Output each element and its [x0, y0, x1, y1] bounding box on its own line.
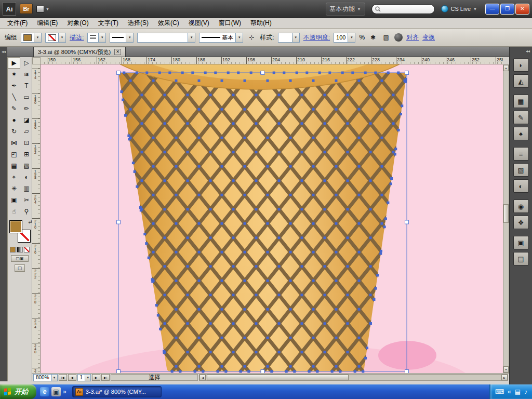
- canvas[interactable]: [41, 64, 503, 373]
- artboards-panel-icon[interactable]: ▤: [513, 252, 529, 265]
- drawing-modes-button[interactable]: ▢▣: [11, 255, 29, 262]
- gradient-tool[interactable]: ▧: [20, 160, 33, 171]
- appearance-panel-icon[interactable]: ◉: [513, 200, 529, 213]
- brushes-icon[interactable]: ✎: [513, 111, 529, 124]
- internet-explorer-icon[interactable]: e: [40, 387, 49, 396]
- artboard-number-dropdown[interactable]: 1 ▼: [77, 374, 91, 381]
- stroke-weight-dropdown[interactable]: ▼: [87, 33, 106, 43]
- perspective-grid-tool[interactable]: ⊞: [20, 149, 33, 160]
- document-tab[interactable]: 3-3.ai @ 800% (CMYK/预览) ✕: [33, 47, 126, 57]
- vertical-scrollbar[interactable]: ▲ ▼: [503, 64, 509, 373]
- artwork-scene[interactable]: [41, 64, 503, 373]
- stroke-panel-link[interactable]: 描边:: [70, 33, 84, 42]
- graphic-style-dropdown[interactable]: ▼: [278, 33, 300, 43]
- menu-item-object[interactable]: 对象(O): [62, 18, 93, 29]
- stroke-panel-icon[interactable]: ≡: [513, 147, 529, 161]
- direct-selection-tool[interactable]: ▷: [20, 57, 33, 69]
- zoom-level-dropdown[interactable]: 800% ▼: [33, 374, 58, 381]
- menu-item-view[interactable]: 视图(V): [184, 18, 214, 29]
- settings-icon[interactable]: [394, 33, 403, 42]
- screen-mode-button[interactable]: ▢: [15, 264, 25, 272]
- cs-live-button[interactable]: CS Live ▼: [441, 5, 477, 12]
- artboard-tool[interactable]: ▣: [8, 194, 20, 206]
- arrange-documents-button[interactable]: ▼: [36, 6, 49, 12]
- gradient-panel-icon[interactable]: ▧: [513, 163, 529, 177]
- color-button[interactable]: [10, 247, 16, 252]
- none-button[interactable]: [24, 247, 30, 252]
- layers-panel-icon[interactable]: ▣: [513, 236, 529, 249]
- graphic-styles-icon[interactable]: ❖: [513, 216, 529, 229]
- vertical-ruler[interactable]: 1 7 41 8 01 8 61 9 21 9 82 0 42 1 02 1 6…: [32, 64, 41, 373]
- volume-icon[interactable]: ♪: [524, 389, 527, 395]
- magic-wand-tool[interactable]: ✶: [8, 69, 20, 80]
- restore-button[interactable]: ❐: [500, 4, 514, 15]
- recolor-artwork-icon[interactable]: ✱: [368, 33, 378, 42]
- eyedropper-tool[interactable]: ⌖: [8, 171, 20, 183]
- zoom-tool[interactable]: ⚲: [20, 206, 33, 217]
- previous-artboard-button[interactable]: ◀: [68, 374, 76, 381]
- tray-collapse-chevron[interactable]: «: [508, 389, 511, 395]
- taskbar-document-button[interactable]: Ai 3-3.ai* @ 800% (CMY...: [72, 386, 162, 397]
- width-tool[interactable]: ⋈: [8, 137, 20, 149]
- first-artboard-button[interactable]: |◀: [59, 374, 67, 381]
- fill-color-dropdown[interactable]: ▼: [21, 33, 42, 43]
- scroll-left-button[interactable]: ◀: [200, 375, 206, 380]
- width-profile-dropdown[interactable]: ▼: [110, 33, 134, 43]
- horizontal-scroll-thumb[interactable]: [207, 375, 349, 380]
- menu-item-type[interactable]: 文字(T): [94, 18, 123, 29]
- line-segment-tool[interactable]: ╲: [8, 91, 20, 103]
- rotate-tool[interactable]: ↻: [8, 126, 20, 137]
- edit-contents-icon[interactable]: ⊹: [247, 33, 256, 42]
- show-desktop-icon[interactable]: ▣: [51, 387, 61, 396]
- gradient-button[interactable]: [17, 247, 22, 252]
- hand-tool[interactable]: ☝: [8, 206, 20, 217]
- transparency-panel-icon[interactable]: ◐: [513, 179, 529, 193]
- lasso-tool[interactable]: ≋: [20, 69, 33, 80]
- left-dock-collapse-strip[interactable]: ◂◂: [0, 47, 7, 381]
- color-panel-icon[interactable]: ◗: [513, 58, 529, 72]
- swatches-icon[interactable]: ▦: [513, 95, 529, 108]
- close-button[interactable]: ✕: [515, 4, 529, 15]
- free-transform-tool[interactable]: ⊡: [20, 137, 33, 149]
- align-panel-link[interactable]: 对齐: [406, 33, 419, 42]
- menu-item-file[interactable]: 文件(F): [3, 18, 32, 29]
- scroll-right-button[interactable]: ▶: [501, 375, 508, 380]
- display-settings-icon[interactable]: ▤: [515, 389, 521, 395]
- scroll-up-button[interactable]: ▲: [503, 65, 509, 71]
- vertical-scroll-thumb[interactable]: [503, 204, 509, 223]
- eraser-tool[interactable]: ◪: [20, 114, 33, 126]
- slice-tool[interactable]: ✂: [20, 194, 33, 206]
- column-graph-tool[interactable]: ▥: [20, 183, 33, 194]
- scale-tool[interactable]: ▱: [20, 126, 33, 137]
- color-guide-icon[interactable]: ◭: [513, 74, 529, 88]
- minimize-button[interactable]: —: [485, 4, 499, 15]
- last-artboard-button[interactable]: ▶|: [101, 374, 110, 381]
- horizontal-scrollbar[interactable]: ◀ ▶: [199, 374, 508, 381]
- opacity-link[interactable]: 不透明度:: [303, 33, 330, 42]
- fill-indicator[interactable]: [9, 220, 22, 233]
- search-input[interactable]: [383, 6, 431, 12]
- pen-tool[interactable]: ✒: [8, 80, 20, 91]
- expand-panels-button[interactable]: ◂◂: [510, 47, 532, 55]
- start-button[interactable]: 开始: [0, 384, 36, 399]
- type-tool[interactable]: T: [20, 80, 33, 91]
- shape-builder-tool[interactable]: ◰: [8, 149, 20, 160]
- next-artboard-button[interactable]: ▶: [92, 374, 100, 381]
- opacity-dropdown[interactable]: 100 ▼: [334, 33, 355, 43]
- menu-item-window[interactable]: 窗口(W): [214, 18, 246, 29]
- symbols-icon[interactable]: ♠: [513, 127, 529, 140]
- workspace-switcher[interactable]: 基本功能 ▼: [326, 3, 365, 16]
- selection-tool[interactable]: ▶: [8, 57, 20, 69]
- app-logo[interactable]: Ai: [3, 2, 16, 16]
- tab-close-icon[interactable]: ✕: [114, 49, 121, 55]
- ruler-origin-corner[interactable]: [32, 57, 41, 64]
- scroll-down-button[interactable]: ▼: [503, 366, 509, 373]
- mesh-tool[interactable]: ▦: [8, 160, 20, 171]
- stroke-color-dropdown[interactable]: ▼: [45, 33, 66, 43]
- keyboard-input-icon[interactable]: ⌨: [495, 389, 504, 395]
- blend-tool[interactable]: ◐: [20, 171, 33, 183]
- isolate-selected-icon[interactable]: ▧: [381, 33, 391, 42]
- search-box[interactable]: [371, 4, 435, 14]
- menu-item-effect[interactable]: 效果(C): [153, 18, 184, 29]
- brush-definition-dropdown[interactable]: 基本 ▼: [199, 33, 243, 43]
